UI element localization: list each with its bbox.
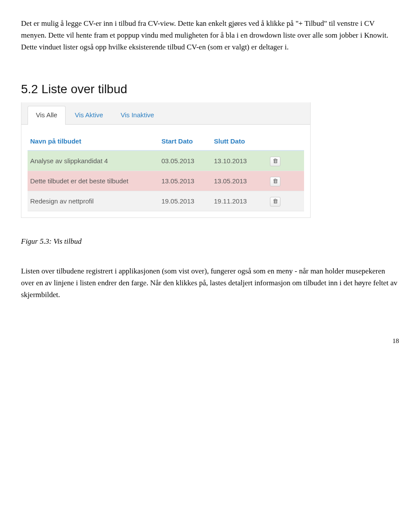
tab-vis-alle[interactable]: Vis Alle (28, 106, 66, 125)
header-start: Start Dato (161, 136, 214, 147)
table-header: Navn på tilbudet Start Dato Slutt Dato (28, 133, 304, 151)
table-row[interactable]: Dette tilbudet er det beste tilbudet 13.… (28, 171, 304, 191)
cell-start: 03.05.2013 (161, 156, 214, 166)
header-name: Navn på tilbudet (30, 136, 161, 147)
figure-caption: Figur 5.3: Vis tilbud (21, 235, 399, 247)
cell-end: 19.11.2013 (214, 196, 266, 207)
paragraph-2: Listen over tilbudene registrert i appli… (21, 265, 399, 301)
page-number: 18 (21, 336, 399, 346)
header-end: Slutt Dato (214, 136, 266, 147)
trash-icon[interactable]: 🗑 (270, 177, 280, 186)
cell-name: Dette tilbudet er det beste tilbudet (30, 176, 161, 186)
table-row[interactable]: Redesign av nettprofil 19.05.2013 19.11.… (28, 191, 304, 211)
cell-name: Analyse av slippkandidat 4 (30, 156, 161, 166)
paragraph-1: Det er mulig å legge CV-er inn i tilbud … (21, 18, 399, 53)
cell-end: 13.10.2013 (214, 156, 266, 166)
trash-icon[interactable]: 🗑 (270, 197, 280, 207)
cell-start: 19.05.2013 (161, 196, 214, 207)
trash-icon[interactable]: 🗑 (270, 157, 280, 166)
cell-start: 13.05.2013 (161, 176, 214, 186)
offer-table: Navn på tilbudet Start Dato Slutt Dato A… (21, 125, 310, 217)
tab-vis-inaktive[interactable]: Vis Inaktive (112, 106, 162, 125)
tab-vis-aktive[interactable]: Vis Aktive (66, 106, 112, 125)
section-heading: 5.2 Liste over tilbud (21, 80, 399, 99)
cell-end: 13.05.2013 (214, 176, 266, 186)
table-row[interactable]: Analyse av slippkandidat 4 03.05.2013 13… (28, 151, 304, 171)
figure-screenshot: Vis Alle Vis Aktive Vis Inaktive Navn på… (21, 102, 311, 218)
cell-name: Redesign av nettprofil (30, 196, 161, 207)
tab-bar: Vis Alle Vis Aktive Vis Inaktive (21, 102, 310, 125)
